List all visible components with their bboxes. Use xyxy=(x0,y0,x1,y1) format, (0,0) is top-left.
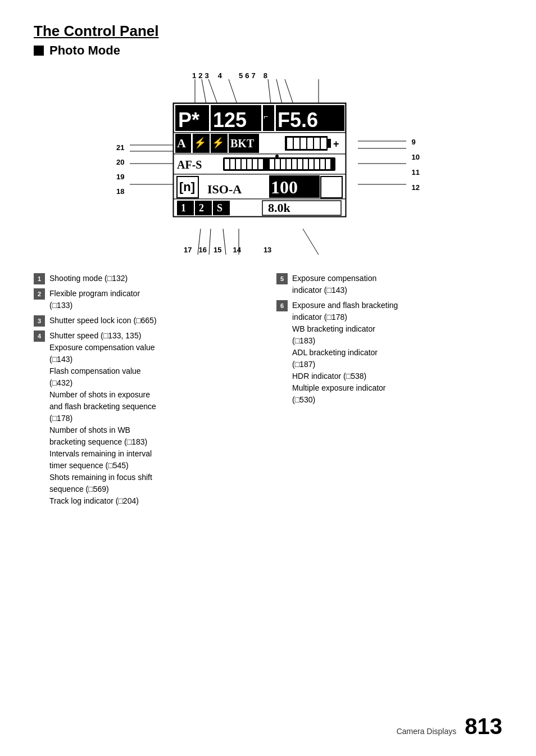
svg-rect-44 xyxy=(247,159,252,169)
svg-text:ISO-A: ISO-A xyxy=(207,182,242,196)
right-labels: 9 10 11 12 xyxy=(412,138,420,192)
svg-rect-45 xyxy=(253,159,257,169)
svg-rect-55 xyxy=(309,159,314,169)
diagram-container: 1 2 3 4 5 6 7 8 xyxy=(34,71,502,257)
tick-lines-top xyxy=(111,71,425,105)
top-labels: 1 2 3 4 5 6 7 8 xyxy=(192,71,267,80)
svg-text:+: + xyxy=(333,138,339,150)
svg-rect-32 xyxy=(307,138,313,149)
svg-rect-48 xyxy=(270,159,274,169)
desc-item-3: 3 Shutter speed lock icon (□665) xyxy=(34,315,260,327)
desc-item-2: 2 Flexible program indicator(□133) xyxy=(34,288,260,311)
svg-text:⚡: ⚡ xyxy=(212,137,225,149)
svg-text:⌐: ⌐ xyxy=(264,112,268,121)
svg-rect-52 xyxy=(292,159,297,169)
svg-rect-40 xyxy=(225,159,229,169)
desc-column-left: 1 Shooting mode (□132) 2 Flexible progra… xyxy=(34,273,260,507)
footer-page: 813 xyxy=(465,714,502,739)
svg-rect-53 xyxy=(298,159,302,169)
svg-rect-58 xyxy=(326,159,330,169)
svg-point-39 xyxy=(275,155,279,158)
svg-rect-28 xyxy=(328,139,331,148)
svg-text:2: 2 xyxy=(199,202,204,214)
item-number-6: 6 xyxy=(276,300,288,311)
svg-rect-54 xyxy=(303,159,308,169)
svg-text:125: 125 xyxy=(213,108,247,132)
desc-item-4: 4 Shutter speed (□133, 135) Exposure com… xyxy=(34,330,260,507)
item-number-4: 4 xyxy=(34,331,45,342)
svg-rect-66 xyxy=(321,176,342,198)
desc-column-right: 5 Exposure compensationindicator (□143) … xyxy=(276,273,502,507)
svg-text:⚡: ⚡ xyxy=(194,137,207,149)
svg-rect-57 xyxy=(320,159,325,169)
svg-rect-29 xyxy=(287,138,293,149)
item-number-5: 5 xyxy=(276,273,288,284)
bottom-labels: 17 16 15 14 13 xyxy=(184,246,271,254)
svg-rect-56 xyxy=(315,159,319,169)
svg-rect-34 xyxy=(321,138,326,149)
item-text-1: Shooting mode (□132) xyxy=(49,273,128,284)
svg-text:8.0k: 8.0k xyxy=(268,201,291,215)
svg-rect-51 xyxy=(287,159,291,169)
svg-text:[n]: [n] xyxy=(179,180,195,194)
svg-text:P*: P* xyxy=(178,108,199,132)
footer-label: Camera Displays xyxy=(397,727,457,736)
svg-rect-50 xyxy=(281,159,285,169)
item-number-1: 1 xyxy=(34,273,45,284)
svg-line-2 xyxy=(208,79,217,104)
svg-rect-41 xyxy=(230,159,235,169)
svg-line-6 xyxy=(285,79,293,104)
item-text-3: Shutter speed lock icon (□665) xyxy=(49,315,157,327)
svg-rect-47 xyxy=(264,159,269,169)
item-text-4: Shutter speed (□133, 135) Exposure compe… xyxy=(49,330,156,507)
item-number-2: 2 xyxy=(34,288,45,300)
item-text-5: Exposure compensationindicator (□143) xyxy=(292,273,376,296)
svg-rect-60 xyxy=(174,174,346,199)
desc-table: 1 Shooting mode (□132) 2 Flexible progra… xyxy=(34,273,502,507)
svg-rect-43 xyxy=(242,159,246,169)
svg-rect-46 xyxy=(258,159,263,169)
svg-line-3 xyxy=(229,79,237,104)
desc-item-1: 1 Shooting mode (□132) xyxy=(34,273,260,284)
item-text-6: Exposure and flash bracketing indicator … xyxy=(292,300,398,406)
svg-rect-33 xyxy=(314,138,320,149)
page-title: The Control Panel xyxy=(34,22,502,40)
svg-rect-31 xyxy=(301,138,306,149)
lcd-display: P* 125 ⌐ F5.6 A ⚡ ⚡ xyxy=(172,102,347,218)
svg-line-4 xyxy=(268,79,271,104)
svg-rect-59 xyxy=(333,157,334,163)
svg-text:1: 1 xyxy=(181,202,186,214)
svg-line-88 xyxy=(303,229,319,255)
page-footer: Camera Displays 813 xyxy=(397,714,502,739)
svg-text:S: S xyxy=(217,202,222,214)
svg-text:BKT: BKT xyxy=(230,137,255,150)
svg-line-1 xyxy=(202,79,206,104)
section-icon xyxy=(34,46,44,56)
desc-item-6: 6 Exposure and flash bracketing indicato… xyxy=(276,300,502,406)
left-labels: 21 20 19 18 xyxy=(116,143,124,196)
svg-text:AF-S: AF-S xyxy=(177,159,202,171)
item-number-3: 3 xyxy=(34,315,45,327)
svg-text:100: 100 xyxy=(271,177,298,197)
desc-item-5: 5 Exposure compensationindicator (□143) xyxy=(276,273,502,296)
svg-line-5 xyxy=(276,79,282,104)
item-text-2: Flexible program indicator(□133) xyxy=(49,288,140,311)
svg-rect-42 xyxy=(236,159,240,169)
svg-rect-49 xyxy=(275,159,280,169)
svg-rect-30 xyxy=(294,138,299,149)
svg-text:A: A xyxy=(177,136,186,150)
svg-text:F5.6: F5.6 xyxy=(278,108,318,132)
section-heading: Photo Mode xyxy=(34,43,502,58)
